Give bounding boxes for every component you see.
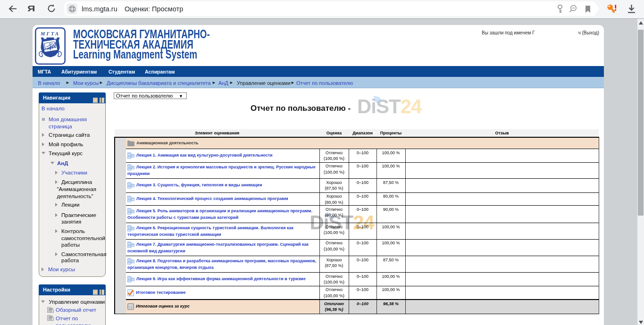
svg-text:МГТА: МГТА xyxy=(40,31,60,36)
